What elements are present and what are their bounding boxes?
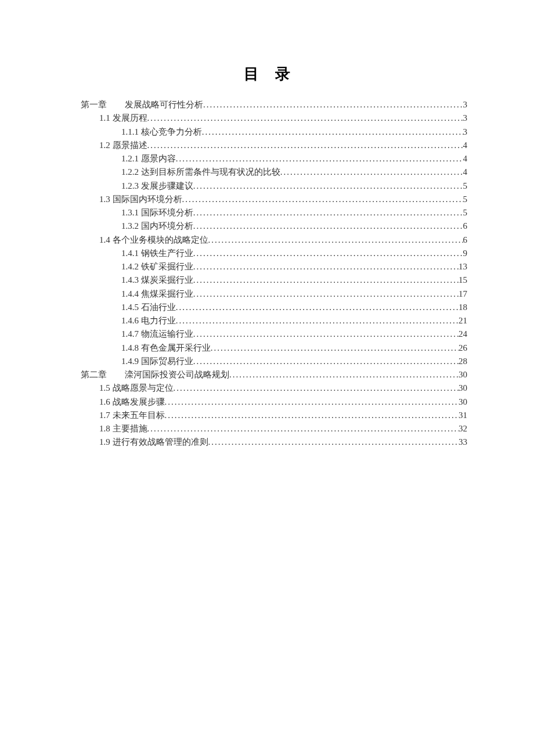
toc-entry-page: 30	[459, 368, 467, 381]
toc-entry: 第二章滦河国际投资公司战略规划30	[67, 368, 467, 381]
toc-entry-label: 1.4.1 钢铁生产行业	[121, 247, 193, 260]
toc-entry-text: 国内环境分析	[141, 221, 193, 231]
toc-entry-number: 1.4.2	[121, 262, 141, 271]
toc-leader-dots	[211, 341, 459, 355]
toc-entry-text: 进行有效战略管理的准则	[113, 437, 208, 447]
toc-entry-text: 物流运输行业	[141, 329, 193, 339]
toc-entry-text: 未来五年目标	[113, 411, 165, 420]
toc-entry: 1.3.1 国际环境分析5	[67, 206, 467, 219]
toc-entry-page: 6	[463, 219, 468, 233]
toc-leader-dots	[229, 368, 459, 381]
toc-entry-label: 1.4.7 物流运输行业	[121, 327, 193, 341]
toc-entry-number: 1.4.1	[121, 249, 141, 258]
toc-entry: 1.7 未来五年目标31	[67, 409, 467, 422]
toc-entry-page: 32	[459, 422, 467, 435]
toc-container: 第一章发展战略可行性分析31.1 发展历程31.1.1 核心竞争力分析31.2 …	[67, 98, 467, 449]
toc-entry-page: 5	[463, 206, 468, 219]
toc-entry: 1.2 愿景描述4	[67, 139, 467, 152]
toc-entry-number: 1.7	[99, 411, 113, 420]
toc-leader-dots	[208, 435, 459, 449]
toc-entry-number: 1.3.2	[121, 221, 141, 231]
toc-entry-text: 电力行业	[141, 316, 176, 325]
toc-entry-page: 18	[459, 301, 467, 314]
toc-entry-text: 战略愿景与定位	[113, 383, 174, 393]
toc-leader-dots	[174, 381, 459, 395]
toc-entry-number: 1.1	[99, 113, 113, 123]
toc-entry-page: 24	[459, 327, 467, 341]
toc-entry-text: 各个业务模块的战略定位	[113, 235, 208, 244]
toc-entry-page: 3	[463, 98, 468, 111]
toc-entry-text: 愿景内容	[141, 154, 176, 163]
toc-entry-label: 1.4.6 电力行业	[121, 314, 176, 327]
toc-entry-label: 1.2.2 达到目标所需条件与现有状况的比较	[121, 165, 280, 179]
toc-entry-number: 1.5	[99, 383, 113, 393]
toc-entry-number: 1.4.5	[121, 303, 141, 312]
toc-entry-text: 国际环境分析	[141, 208, 193, 217]
toc-entry-number: 1.2.2	[121, 167, 141, 177]
toc-entry-number: 1.2.1	[121, 154, 141, 163]
toc-entry-number: 第一章	[81, 98, 125, 111]
toc-entry-text: 核心竞争力分析	[141, 127, 202, 136]
toc-entry-page: 13	[459, 260, 467, 273]
toc-entry-text: 国际国内环境分析	[113, 195, 182, 204]
toc-leader-dots	[147, 422, 459, 435]
toc-leader-dots	[176, 301, 459, 314]
toc-title: 目录	[67, 64, 467, 84]
toc-entry-page: 31	[459, 409, 467, 422]
toc-leader-dots	[193, 219, 463, 233]
toc-entry-number: 1.4.3	[121, 275, 141, 285]
toc-entry-label: 1.4 各个业务模块的战略定位	[99, 233, 208, 247]
toc-entry-number: 1.3	[99, 195, 113, 204]
toc-leader-dots	[147, 111, 463, 125]
toc-entry: 1.2.3 发展步骤建议5	[67, 179, 467, 193]
toc-entry-label: 1.2.3 发展步骤建议	[121, 179, 193, 193]
toc-entry: 1.9 进行有效战略管理的准则33	[67, 435, 467, 449]
toc-entry-number: 1.4.8	[121, 343, 141, 352]
toc-leader-dots	[193, 260, 459, 273]
toc-entry-label: 1.4.5 石油行业	[121, 301, 176, 314]
toc-entry: 1.2.1 愿景内容4	[67, 152, 467, 165]
toc-entry-text: 焦煤采掘行业	[141, 289, 193, 298]
toc-entry: 1.4.6 电力行业21	[67, 314, 467, 327]
toc-entry-number: 1.4	[99, 235, 113, 244]
toc-entry-label: 1.4.8 有色金属开采行业	[121, 341, 211, 355]
toc-leader-dots	[182, 193, 463, 206]
toc-entry-label: 1.7 未来五年目标	[99, 409, 165, 422]
toc-entry-label: 1.2 愿景描述	[99, 139, 147, 152]
toc-entry-number: 1.8	[99, 424, 113, 433]
toc-entry-page: 30	[459, 381, 467, 395]
toc-entry-label: 1.5 战略愿景与定位	[99, 381, 174, 395]
toc-entry-text: 发展步骤建议	[141, 181, 193, 190]
toc-leader-dots	[193, 287, 459, 301]
toc-entry: 1.4.2 铁矿采掘行业13	[67, 260, 467, 273]
toc-entry: 1.5 战略愿景与定位30	[67, 381, 467, 395]
toc-entry-text: 愿景描述	[113, 141, 147, 150]
toc-entry-number: 1.4.6	[121, 316, 141, 325]
toc-entry-text: 发展历程	[113, 113, 147, 123]
toc-leader-dots	[208, 233, 463, 247]
toc-entry: 1.4.9 国际贸易行业28	[67, 355, 467, 368]
toc-entry: 1.1.1 核心竞争力分析3	[67, 125, 467, 139]
toc-leader-dots	[176, 152, 463, 165]
toc-entry: 1.6 战略发展步骤30	[67, 395, 467, 409]
toc-leader-dots	[193, 355, 459, 368]
toc-entry-page: 5	[463, 179, 468, 193]
toc-entry-number: 1.4.9	[121, 357, 141, 366]
toc-leader-dots	[193, 327, 459, 341]
toc-entry-page: 15	[459, 273, 467, 287]
toc-entry-page: 33	[459, 435, 467, 449]
toc-entry-number: 1.1.1	[121, 127, 141, 136]
toc-entry: 1.4 各个业务模块的战略定位6	[67, 233, 467, 247]
toc-leader-dots	[147, 139, 463, 152]
toc-leader-dots	[176, 314, 459, 327]
toc-entry-page: 26	[459, 341, 467, 355]
toc-entry-page: 4	[463, 165, 468, 179]
toc-leader-dots	[193, 273, 459, 287]
toc-entry-text: 滦河国际投资公司战略规划	[125, 370, 229, 379]
toc-leader-dots	[193, 247, 463, 260]
toc-entry-page: 4	[463, 152, 468, 165]
document-page: 目录 第一章发展战略可行性分析31.1 发展历程31.1.1 核心竞争力分析31…	[0, 0, 534, 449]
toc-entry-text: 石油行业	[141, 303, 176, 312]
toc-entry-page: 9	[463, 247, 468, 260]
toc-entry-label: 1.1.1 核心竞争力分析	[121, 125, 202, 139]
